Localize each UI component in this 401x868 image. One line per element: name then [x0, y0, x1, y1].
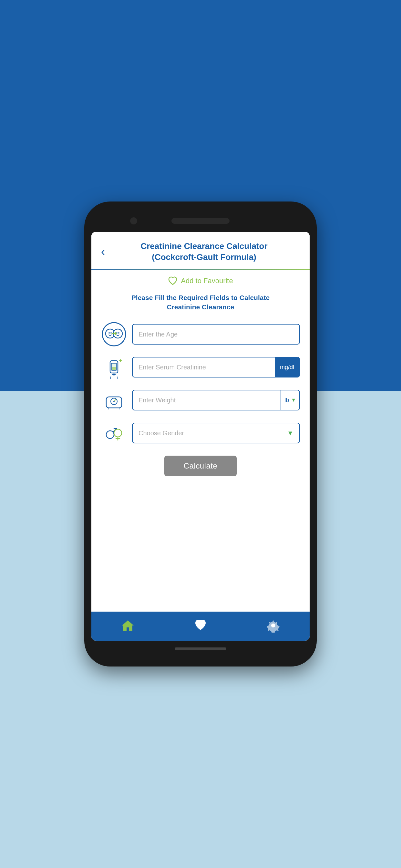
age-icon — [101, 321, 127, 347]
phone-top-bar — [91, 211, 310, 230]
age-row — [101, 321, 300, 347]
gender-icon — [101, 420, 127, 446]
gender-dropdown[interactable]: Choose Gender ▼ — [132, 423, 300, 443]
svg-point-3 — [111, 332, 112, 334]
weight-input[interactable] — [133, 391, 281, 410]
phone-frame: ‹ Creatinine Clearance Calculator (Cockc… — [84, 202, 317, 666]
creatinine-input-wrapper: mg/dl — [132, 357, 300, 377]
calculate-button[interactable]: Calculate — [164, 456, 237, 476]
creatinine-input[interactable] — [133, 358, 275, 377]
nav-settings-button[interactable] — [264, 617, 283, 633]
creatinine-row: + mg/dl — [101, 354, 300, 380]
back-button[interactable]: ‹ — [101, 245, 105, 259]
gender-placeholder: Choose Gender — [138, 430, 287, 437]
nav-favourite-button[interactable] — [191, 617, 210, 633]
chevron-down-icon: ▼ — [287, 430, 294, 437]
age-input[interactable] — [133, 324, 299, 344]
age-input-wrapper — [132, 324, 300, 345]
page-title: Creatinine Clearance Calculator (Cockcro… — [108, 241, 300, 263]
weight-row: lb ▼ — [101, 387, 300, 413]
favourite-row: Add to Favourite — [101, 276, 300, 286]
svg-point-2 — [109, 332, 110, 334]
settings-icon — [266, 618, 280, 632]
gender-row: Choose Gender ▼ — [101, 420, 300, 446]
phone-bottom — [175, 641, 226, 657]
home-icon — [121, 618, 135, 632]
svg-point-18 — [113, 401, 115, 402]
svg-point-6 — [118, 332, 120, 334]
weight-icon — [101, 387, 127, 413]
app-content: Add to Favourite Please Fill the Require… — [91, 270, 310, 612]
phone-screen: ‹ Creatinine Clearance Calculator (Cockc… — [91, 232, 310, 641]
heart-icon — [193, 618, 208, 632]
weight-input-wrapper: lb ▼ — [132, 390, 300, 410]
svg-rect-13 — [112, 367, 116, 370]
heart-outline-icon — [168, 276, 178, 286]
favourite-label[interactable]: Add to Favourite — [181, 277, 233, 285]
creatinine-unit: mg/dl — [275, 358, 299, 377]
camera — [130, 217, 137, 224]
svg-point-28 — [271, 624, 275, 627]
svg-marker-26 — [122, 620, 134, 631]
bottom-nav — [91, 612, 310, 641]
speaker — [172, 218, 229, 224]
home-indicator — [175, 647, 226, 650]
app-header: ‹ Creatinine Clearance Calculator (Cockc… — [91, 232, 310, 270]
form-subtitle: Please Fill the Required Fields to Calcu… — [101, 293, 300, 312]
weight-unit-select[interactable]: lb ▼ — [281, 391, 299, 410]
creatinine-icon: + — [101, 354, 127, 380]
svg-point-23 — [114, 429, 122, 437]
nav-home-button[interactable] — [118, 617, 137, 633]
svg-text:+: + — [119, 358, 122, 364]
